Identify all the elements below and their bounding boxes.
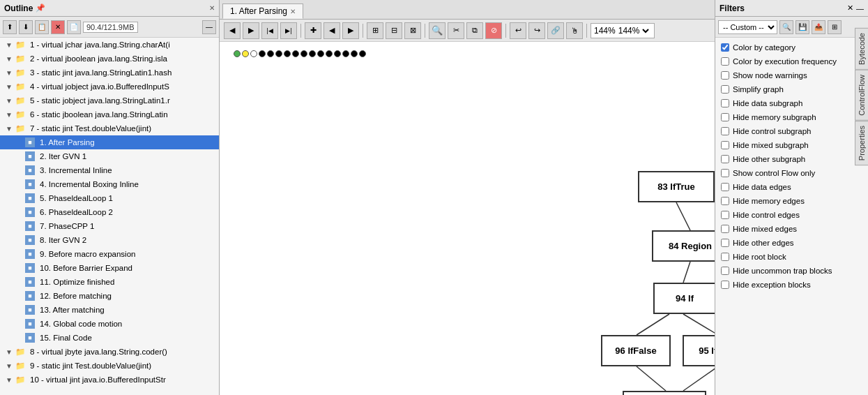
filter-checkbox-hide_root_block[interactable] (721, 253, 729, 261)
filter-label-hide_memory_edges[interactable]: Hide memory edges (733, 197, 805, 205)
filter-search-btn[interactable]: 🔍 (779, 20, 793, 34)
outline-item-10[interactable]: ▼📁10 - virtual jint java.io.BufferedInpu… (0, 373, 219, 387)
filter-export-btn[interactable]: 📤 (812, 20, 825, 34)
outline-item-7.8[interactable]: ■8. Iter GVN 2 (0, 233, 219, 247)
side-tab-controlflow[interactable]: ControlFlow (855, 70, 868, 121)
filter-label-hide_control_edges[interactable]: Hide control edges (733, 211, 800, 219)
node-96-iffalse[interactable]: 96 IfFalse (601, 335, 671, 366)
gtb-forward[interactable]: ▶ (243, 22, 259, 39)
outline-item-4[interactable]: ▼📁4 - virtual jobject java.io.BufferedIn… (0, 80, 219, 94)
tab-after-parsing[interactable]: 1. After Parsing ✕ (222, 3, 303, 19)
filter-expand-btn[interactable]: ⊞ (828, 20, 842, 34)
filter-label-hide_memory_subgraph[interactable]: Hide memory subgraph (733, 113, 816, 121)
gtb-cursor[interactable]: 🖱 (566, 22, 583, 39)
outline-item-7.14[interactable]: ■14. Global code motion (0, 317, 219, 331)
outline-item-7.2[interactable]: ■2. Iter GVN 1 (0, 149, 219, 163)
outline-item-7.11[interactable]: ■11. Optimize finished (0, 275, 219, 289)
filter-label-hide_other_subgraph[interactable]: Hide other subgraph (733, 155, 805, 163)
gtb-zoom-in[interactable]: 🔍 (429, 22, 446, 39)
outline-item-7.13[interactable]: ■13. After matching (0, 303, 219, 317)
outline-item-9[interactable]: ▼📁9 - static jint Test.doubleValue(jint) (0, 359, 219, 373)
gtb-minus[interactable]: ⊟ (386, 22, 402, 39)
filter-label-hide_uncommon_trap[interactable]: Hide uncommon trap blocks (733, 267, 832, 275)
gtb-first[interactable]: |◀ (261, 22, 278, 39)
gtb-grid[interactable]: ⊞ (367, 22, 383, 39)
filter-preset-dropdown[interactable]: -- Custom -- (718, 20, 777, 34)
expand-icon-9[interactable]: ▼ (6, 362, 13, 370)
node-110-return[interactable]: 110 Return (623, 391, 706, 395)
gtb-stop[interactable]: ⊘ (485, 22, 502, 39)
filter-checkbox-color_exec_freq[interactable] (721, 57, 729, 66)
filter-label-hide_exception_blocks[interactable]: Hide exception blocks (733, 281, 811, 289)
outline-item-7.5[interactable]: ■5. PhaseldealLoop 1 (0, 191, 219, 205)
filter-label-hide_data_edges[interactable]: Hide data edges (733, 183, 791, 191)
expand-icon-8[interactable]: ▼ (6, 348, 13, 356)
filter-label-hide_other_edges[interactable]: Hide other edges (733, 239, 794, 247)
side-tab-properties[interactable]: Properties (855, 121, 868, 165)
outline-item-7.3[interactable]: ■3. Incremental Inline (0, 163, 219, 177)
outline-item-7.6[interactable]: ■6. PhaseldealLoop 2 (0, 205, 219, 219)
filter-label-show_node_warnings[interactable]: Show node warnings (733, 71, 807, 80)
filter-checkbox-hide_data_subgraph[interactable] (721, 99, 729, 107)
gtb-right[interactable]: ▶ (342, 22, 359, 39)
outline-item-7.1[interactable]: ■1. After Parsing (0, 135, 219, 149)
expand-icon-7[interactable]: ▼ (6, 125, 13, 133)
filter-checkbox-hide_memory_subgraph[interactable] (721, 113, 729, 121)
gtb-last[interactable]: ▶| (280, 22, 297, 39)
expand-icon-4[interactable]: ▼ (6, 83, 13, 91)
outline-item-8[interactable]: ▼📁8 - virtual jbyte java.lang.String.cod… (0, 345, 219, 359)
filter-checkbox-hide_other_edges[interactable] (721, 239, 729, 247)
filter-checkbox-color_category[interactable] (721, 43, 729, 52)
filter-checkbox-hide_control_edges[interactable] (721, 211, 729, 219)
gtb-redo[interactable]: ↪ (528, 22, 545, 39)
outline-tb-btn-5[interactable]: 📄 (67, 20, 81, 34)
gtb-x[interactable]: ⊠ (404, 22, 421, 39)
expand-icon-5[interactable]: ▼ (6, 97, 13, 105)
node-95-iftrue[interactable]: 95 IfTrue (683, 335, 715, 366)
outline-item-7.4[interactable]: ■4. Incremental Boxing Inline (0, 177, 219, 191)
outline-item-7.15[interactable]: ■15. Final Code (0, 331, 219, 345)
outline-item-7.9[interactable]: ■9. Before macro expansion (0, 247, 219, 261)
outline-item-5[interactable]: ▼📁5 - static jobject java.lang.StringLat… (0, 94, 219, 107)
filter-label-color_category[interactable]: Color by category (733, 43, 795, 52)
outline-tb-btn-3[interactable]: 📋 (35, 20, 49, 34)
gtb-link[interactable]: 🔗 (547, 22, 564, 39)
expand-icon-3[interactable]: ▼ (6, 69, 13, 77)
outline-tb-btn-1[interactable]: ⬆ (3, 20, 17, 34)
outline-tb-btn-2[interactable]: ⬇ (19, 20, 33, 34)
node-84-region[interactable]: 84 Region (652, 230, 715, 262)
expand-icon-6[interactable]: ▼ (6, 111, 13, 119)
filter-label-show_control_flow_only[interactable]: Show control Flow only (733, 169, 815, 177)
gtb-scissors[interactable]: ✂ (448, 22, 464, 39)
side-tab-bytecode[interactable]: Bytecode (855, 28, 868, 70)
filter-label-hide_mixed_edges[interactable]: Hide mixed edges (733, 225, 797, 233)
outline-close-icon[interactable]: ✕ (209, 4, 215, 12)
outline-minimize-btn[interactable]: — (202, 20, 216, 34)
node-83-iftrue[interactable]: 83 IfTrue (638, 171, 715, 202)
filter-checkbox-hide_control_subgraph[interactable] (721, 127, 729, 135)
outline-item-3[interactable]: ▼📁3 - static jint java.lang.StringLatin1… (0, 66, 219, 80)
filter-checkbox-hide_mixed_subgraph[interactable] (721, 141, 729, 149)
gtb-copy[interactable]: ⧉ (466, 22, 483, 39)
filter-checkbox-hide_other_subgraph[interactable] (721, 155, 729, 163)
zoom-control[interactable]: 144% 144% 100% 75% 50% (591, 23, 655, 38)
filter-checkbox-hide_memory_edges[interactable] (721, 197, 729, 205)
gtb-cross[interactable]: ✚ (305, 22, 321, 39)
node-94-if[interactable]: 94 If (653, 283, 715, 314)
outline-item-7.12[interactable]: ■12. Before matching (0, 289, 219, 303)
gtb-left[interactable]: ◀ (323, 22, 340, 39)
filter-checkbox-hide_exception_blocks[interactable] (721, 281, 729, 289)
filters-close-1[interactable]: ✕ (847, 3, 853, 13)
filter-label-hide_root_block[interactable]: Hide root block (733, 253, 786, 261)
outline-pin-icon[interactable]: 📌 (36, 3, 45, 13)
tab-close-icon[interactable]: ✕ (290, 8, 296, 15)
filters-close-2[interactable]: — (856, 4, 864, 13)
expand-icon-10[interactable]: ▼ (6, 376, 13, 384)
filter-label-simplify_graph[interactable]: Simplify graph (733, 85, 784, 94)
filter-label-hide_control_subgraph[interactable]: Hide control subgraph (733, 127, 812, 135)
filter-label-color_exec_freq[interactable]: Color by execution frequency (733, 57, 837, 66)
outline-item-7.10[interactable]: ■10. Before Barrier Expand (0, 261, 219, 275)
gtb-undo[interactable]: ↩ (510, 22, 526, 39)
filter-label-hide_data_subgraph[interactable]: Hide data subgraph (733, 99, 802, 107)
filter-checkbox-show_node_warnings[interactable] (721, 71, 729, 80)
